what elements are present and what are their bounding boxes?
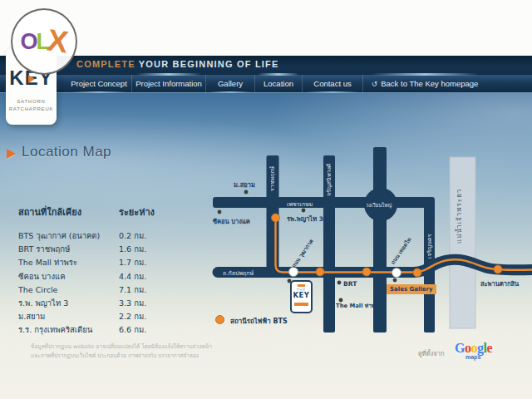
bts-station-dot	[362, 268, 371, 276]
logo-subtitle: SATHORN RATCHAPREUK	[6, 98, 57, 113]
disclaimer-line2: และภาพที่ปรากฏบนเว็บไซต์ ประกอบด้วย ภาพถ…	[31, 352, 199, 360]
poi-dot	[393, 278, 397, 283]
poi-dot	[218, 210, 222, 214]
logo-sub1: SATHORN	[6, 98, 57, 106]
future-bts-station-dot	[392, 268, 401, 278]
olx-o: O	[20, 29, 37, 55]
poi-dot	[337, 281, 342, 285]
road-label-phetkasem: เพชรเกษม	[287, 200, 313, 209]
poi-brt: BRT	[343, 280, 357, 288]
logo-arrow-icon	[28, 75, 35, 83]
bts-station-dot	[316, 268, 324, 276]
river-label: แม่น้ำเจ้าพระยา	[454, 186, 465, 246]
road-label-ratchapruek: ราชพฤกษ์	[268, 160, 278, 198]
legend-bts-label: สถานีรถไฟฟ้า BTS	[230, 316, 288, 327]
poi-phyathai3: รพ.พญาไท 3	[287, 215, 323, 223]
credit-prefix: ดูที่ตั้งจาก	[418, 348, 445, 358]
poi-siam-university: ม.สยาม	[234, 181, 255, 189]
bts-station-dot	[272, 214, 280, 222]
road-label-charansanitwong: จรัญสนิทวงศ์	[324, 158, 335, 201]
olx-watermark: O L X	[11, 8, 77, 75]
road-label-kanlapaphruek: ถ.กัลปพฤกษ์	[223, 268, 254, 278]
google-maps-credit[interactable]: ดูที่ตั้งจาก Google maps	[418, 339, 526, 364]
poi-seacon-bangkae: ซีคอน บางแค	[213, 218, 250, 225]
g-letter: G	[455, 341, 465, 355]
logo-sub2: RATCHAPREUK	[6, 106, 57, 113]
keybox-strip	[294, 303, 308, 306]
g-letter: e	[486, 341, 492, 355]
page: COMPLETE YOUR BEGINNING OF LIFE Project …	[0, 0, 532, 399]
the-key-map-marker: THE KEY	[290, 280, 313, 313]
legend-bts-dot	[215, 315, 224, 324]
poi-taksin-bridge: สะพานตากสิน	[480, 280, 519, 288]
poi-dot	[302, 209, 306, 213]
bts-station-dot	[494, 265, 502, 273]
road-label-charoennakhon: เจริญนคร	[425, 229, 436, 263]
poi-the-mall: The Mall ท่าพระ	[336, 303, 382, 310]
olx-x: X	[45, 22, 70, 60]
keybox-key: KEY	[292, 292, 311, 299]
poi-dot	[339, 298, 343, 303]
keybox-dash	[298, 284, 305, 287]
poi-dot	[244, 190, 249, 195]
sales-gallery-tag: Sales Gallery	[387, 284, 436, 294]
roundabout-label: วงเวียนใหญ่	[366, 201, 392, 209]
disclaimer-line1: ข้อมูลที่ปรากฏบน website อาจเปลี่ยนแปลงไ…	[31, 342, 212, 351]
google-maps-sub: maps	[466, 354, 480, 360]
g-letter: o	[470, 341, 477, 355]
bts-station-dot	[413, 268, 421, 277]
